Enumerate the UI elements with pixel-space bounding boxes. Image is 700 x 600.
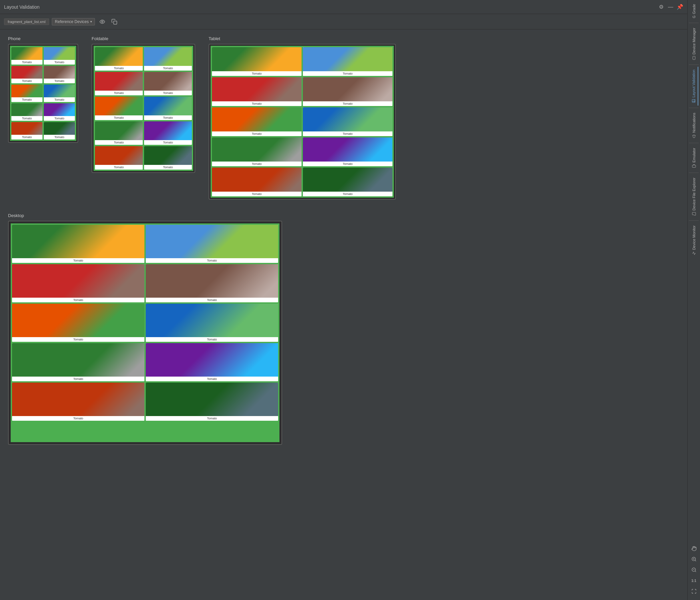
main-area: Layout Validation ⚙ — 📌 fragment_plant_l… bbox=[0, 0, 687, 600]
sidebar-divider-3 bbox=[689, 108, 699, 108]
list-item: Tomato bbox=[12, 304, 144, 342]
item-label: Tomato bbox=[12, 337, 144, 342]
sidebar-tab-device-file-explorer[interactable]: Device File Explorer bbox=[690, 175, 698, 218]
file-tab[interactable]: fragment_plant_list.xml bbox=[4, 18, 49, 25]
item-label: Tomato bbox=[146, 298, 278, 302]
desktop-green-container: Tomato Tomato Tomato Tomato bbox=[11, 223, 279, 442]
item-image bbox=[12, 225, 144, 258]
actual-size-button[interactable]: 1:1 bbox=[689, 576, 699, 585]
item-image bbox=[303, 47, 393, 71]
fit-screen-button[interactable] bbox=[689, 586, 699, 596]
item-label: Tomato bbox=[303, 192, 393, 196]
item-image bbox=[95, 97, 143, 115]
item-image bbox=[303, 168, 393, 192]
list-item: Tomato bbox=[44, 66, 75, 83]
item-label: Tomato bbox=[146, 337, 278, 342]
item-image bbox=[95, 146, 143, 165]
phone-green-container: Tomato Tomato Tomato bbox=[10, 46, 76, 141]
item-image bbox=[212, 77, 302, 101]
svg-line-15 bbox=[695, 571, 696, 572]
item-label: Tomato bbox=[146, 377, 278, 381]
pin-icon[interactable]: 📌 bbox=[677, 4, 683, 10]
item-image bbox=[144, 47, 192, 66]
phone-label: Phone bbox=[8, 36, 78, 41]
sidebar-tab-emulator-label: Emulator bbox=[692, 148, 696, 163]
foldable-green-container: Tomato Tomato Tomato bbox=[94, 46, 193, 171]
sidebar-tab-device-monitor-label: Device Monitor bbox=[692, 225, 696, 250]
desktop-frame: Tomato Tomato Tomato Tomato bbox=[8, 221, 282, 445]
phone-section: Phone Tomato Tomato bbox=[8, 36, 78, 200]
svg-rect-1 bbox=[113, 21, 117, 24]
item-image bbox=[146, 264, 278, 298]
copy-layout-icon[interactable] bbox=[110, 17, 119, 26]
list-item: Tomato bbox=[11, 47, 43, 65]
list-item: Tomato bbox=[212, 138, 302, 166]
item-label: Tomato bbox=[95, 140, 143, 145]
list-item: Tomato bbox=[44, 85, 75, 102]
zoom-in-button[interactable] bbox=[689, 554, 699, 564]
item-label: Tomato bbox=[144, 165, 192, 170]
list-item: Tomato bbox=[146, 343, 278, 381]
foldable-list-grid: Tomato Tomato Tomato bbox=[95, 47, 192, 170]
item-image bbox=[212, 138, 302, 162]
sidebar-divider-4 bbox=[689, 143, 699, 143]
notifications-icon bbox=[692, 134, 696, 138]
item-label: Tomato bbox=[44, 116, 75, 121]
sidebar-tab-layout-validation-label: Layout Validation bbox=[692, 70, 696, 98]
item-label: Tomato bbox=[95, 115, 143, 120]
settings-icon[interactable]: ⚙ bbox=[658, 4, 665, 10]
list-item: Tomato bbox=[11, 122, 43, 140]
item-label: Tomato bbox=[212, 162, 302, 166]
item-image bbox=[12, 343, 144, 377]
item-label: Tomato bbox=[44, 79, 75, 83]
list-item: Tomato bbox=[12, 343, 144, 381]
item-label: Tomato bbox=[11, 97, 43, 102]
list-item: Tomato bbox=[146, 304, 278, 342]
sidebar-tab-device-manager[interactable]: Device Manager bbox=[690, 25, 698, 63]
item-image bbox=[144, 97, 192, 115]
preview-icon[interactable] bbox=[98, 17, 107, 26]
list-item: Tomato bbox=[144, 72, 192, 95]
item-label: Tomato bbox=[146, 416, 278, 421]
item-image bbox=[11, 103, 43, 116]
item-image bbox=[303, 138, 393, 162]
item-label: Tomato bbox=[44, 135, 75, 140]
list-item: Tomato bbox=[144, 146, 192, 170]
sidebar-tab-emulator[interactable]: Emulator bbox=[690, 145, 698, 171]
item-image bbox=[95, 72, 143, 91]
sidebar-tab-device-monitor[interactable]: Device Monitor bbox=[690, 223, 698, 258]
item-image bbox=[12, 383, 144, 416]
minimize-icon[interactable]: — bbox=[667, 4, 674, 10]
sidebar-tab-layout-validation[interactable]: Layout Validation bbox=[690, 67, 698, 106]
item-image bbox=[44, 66, 75, 79]
sidebar-tab-notifications[interactable]: Notifications bbox=[690, 110, 698, 141]
item-label: Tomato bbox=[12, 416, 144, 421]
list-item: Tomato bbox=[303, 77, 393, 106]
item-image bbox=[212, 168, 302, 192]
device-dropdown[interactable]: Reference Devices ▾ bbox=[52, 18, 95, 25]
list-item: Tomato bbox=[212, 168, 302, 196]
zoom-out-button[interactable] bbox=[689, 565, 699, 575]
item-image bbox=[44, 103, 75, 116]
phone-list-grid: Tomato Tomato Tomato bbox=[11, 47, 75, 140]
item-image bbox=[144, 146, 192, 165]
list-item: Tomato bbox=[11, 66, 43, 83]
title-bar: Layout Validation ⚙ — 📌 bbox=[0, 0, 687, 14]
content-area[interactable]: Phone Tomato Tomato bbox=[0, 29, 687, 600]
list-item: Tomato bbox=[146, 225, 278, 263]
sidebar-tab-grade[interactable]: G Grade bbox=[690, 1, 698, 21]
item-image bbox=[146, 225, 278, 258]
list-item: Tomato bbox=[95, 47, 143, 71]
item-image bbox=[11, 66, 43, 79]
item-label: Tomato bbox=[12, 258, 144, 263]
item-label: Tomato bbox=[144, 140, 192, 145]
item-label: Tomato bbox=[144, 66, 192, 71]
title-bar-right: ⚙ — 📌 bbox=[658, 4, 683, 10]
desktop-section: Desktop Tomato Tomato bbox=[8, 213, 679, 445]
sidebar-divider-1 bbox=[689, 23, 699, 23]
item-label: Tomato bbox=[12, 298, 144, 302]
list-item: Tomato bbox=[95, 146, 143, 170]
svg-point-0 bbox=[101, 21, 103, 22]
hand-tool-button[interactable] bbox=[689, 544, 699, 553]
item-label: Tomato bbox=[95, 66, 143, 71]
